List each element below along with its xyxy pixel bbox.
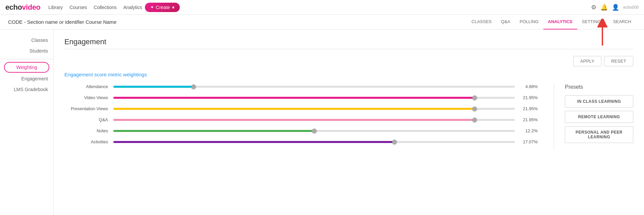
metric-value: 12.2% bbox=[520, 128, 538, 133]
slider-container[interactable] bbox=[113, 97, 515, 99]
slider-track bbox=[113, 141, 515, 143]
logo[interactable]: echovideo bbox=[5, 3, 40, 12]
slider-thumb[interactable] bbox=[472, 95, 477, 100]
metric-row: Presentation Views21.95% bbox=[64, 106, 538, 111]
action-buttons: APPLY RESET bbox=[64, 56, 633, 66]
metric-value: 21.95% bbox=[520, 117, 538, 122]
metric-value: 4.88% bbox=[520, 84, 538, 89]
sidebar-item-lms-gradebook[interactable]: LMS Gradebook bbox=[0, 84, 53, 95]
metric-row: Q&A21.95% bbox=[64, 117, 538, 122]
tab-classes[interactable]: CLASSES bbox=[467, 15, 496, 29]
metric-value: 21.95% bbox=[520, 95, 538, 100]
slider-track bbox=[113, 108, 515, 110]
nav-library[interactable]: Library bbox=[48, 5, 63, 10]
slider-container[interactable] bbox=[113, 86, 515, 88]
tab-analytics[interactable]: ANALYTICS bbox=[543, 15, 577, 29]
course-title: CODE - Section name or identifier Course… bbox=[8, 19, 467, 25]
tab-search[interactable]: SEARCH bbox=[608, 15, 636, 29]
tab-settings[interactable]: SETTINGS bbox=[577, 15, 608, 29]
sidebar-divider bbox=[0, 59, 53, 59]
sidebar-item-students[interactable]: Students bbox=[0, 46, 53, 56]
slider-thumb[interactable] bbox=[472, 106, 477, 111]
slider-fill bbox=[113, 86, 194, 88]
metric-label: Presentation Views bbox=[64, 106, 108, 111]
metric-label: Attendance bbox=[64, 84, 108, 89]
metric-row: Video Views21.95% bbox=[64, 95, 538, 100]
slider-track bbox=[113, 97, 515, 99]
slider-container[interactable] bbox=[113, 130, 515, 132]
nav-analytics[interactable]: Analytics bbox=[123, 5, 142, 10]
preset-personal-peer-button[interactable]: PERSONAL AND PEER LEARNING bbox=[565, 126, 633, 143]
slider-track bbox=[113, 130, 515, 132]
metric-value: 17.07% bbox=[520, 139, 538, 144]
course-nav: CLASSES Q&A POLLING ANALYTICS SETTINGS S… bbox=[467, 15, 636, 29]
slider-thumb[interactable] bbox=[392, 140, 397, 144]
metric-label: Q&A bbox=[64, 117, 108, 122]
main-layout: Classes Students Weighting Engagement LM… bbox=[0, 29, 644, 215]
main-content: Engagement APPLY RESET Engagement score … bbox=[54, 29, 644, 215]
preset-in-class-button[interactable]: IN CLASS LEARNING bbox=[565, 95, 633, 108]
metric-label: Video Views bbox=[64, 95, 108, 100]
slider-fill bbox=[113, 130, 314, 132]
course-header: CODE - Section name or identifier Course… bbox=[0, 15, 644, 29]
section-title: Engagement score metric weightings bbox=[64, 72, 633, 77]
slider-thumb[interactable] bbox=[191, 84, 196, 89]
metrics-area: Attendance4.88%Video Views21.95%Presenta… bbox=[64, 84, 633, 150]
slider-container[interactable] bbox=[113, 119, 515, 121]
slider-fill bbox=[113, 141, 394, 143]
preset-remote-button[interactable]: REMOTE LEARNING bbox=[565, 111, 633, 123]
top-nav-links: Library Courses Collections Analytics bbox=[48, 5, 142, 10]
sidebar-item-classes[interactable]: Classes bbox=[0, 35, 53, 46]
nav-collections[interactable]: Collections bbox=[94, 5, 116, 10]
slider-thumb[interactable] bbox=[472, 118, 477, 122]
top-nav-right: ⚙ 🔔 👤 echo000 bbox=[591, 4, 639, 11]
metric-label: Activities bbox=[64, 139, 108, 144]
logo-echo: echovideo bbox=[5, 3, 40, 12]
slider-track bbox=[113, 86, 515, 88]
nav-courses[interactable]: Courses bbox=[69, 5, 87, 10]
content-divider bbox=[64, 49, 633, 49]
sidebar-item-engagement[interactable]: Engagement bbox=[0, 73, 53, 84]
create-spark-icon: ✦ bbox=[150, 5, 154, 10]
bell-icon[interactable]: 🔔 bbox=[600, 4, 608, 11]
user-icon[interactable]: 👤 bbox=[612, 4, 619, 11]
slider-container[interactable] bbox=[113, 141, 515, 143]
metric-row: Attendance4.88% bbox=[64, 84, 538, 89]
create-button[interactable]: ✦ Create ▾ bbox=[145, 3, 180, 12]
page-title: Engagement bbox=[64, 38, 633, 46]
create-chevron-icon: ▾ bbox=[172, 5, 174, 10]
section-divider-vertical bbox=[554, 84, 554, 150]
slider-fill bbox=[113, 97, 475, 99]
reset-button[interactable]: RESET bbox=[604, 56, 633, 66]
tab-qa[interactable]: Q&A bbox=[496, 15, 515, 29]
slider-container[interactable] bbox=[113, 108, 515, 110]
echo-sso-label: echo000 bbox=[623, 5, 639, 10]
sidebar-item-weighting[interactable]: Weighting bbox=[4, 62, 49, 73]
sidebar: Classes Students Weighting Engagement LM… bbox=[0, 29, 54, 215]
top-navigation: echovideo Library Courses Collections An… bbox=[0, 0, 644, 15]
tab-polling[interactable]: POLLING bbox=[515, 15, 543, 29]
metric-label: Notes bbox=[64, 128, 108, 133]
slider-fill bbox=[113, 108, 475, 110]
presets-section: Presets IN CLASS LEARNING REMOTE LEARNIN… bbox=[559, 84, 633, 150]
metric-row: Activities17.07% bbox=[64, 139, 538, 144]
slider-track bbox=[113, 119, 515, 121]
slider-thumb[interactable] bbox=[312, 129, 317, 133]
settings-icon[interactable]: ⚙ bbox=[591, 4, 596, 11]
slider-fill bbox=[113, 119, 475, 121]
sliders-section: Attendance4.88%Video Views21.95%Presenta… bbox=[64, 84, 548, 150]
presets-title: Presets bbox=[565, 84, 633, 90]
metric-row: Notes12.2% bbox=[64, 128, 538, 133]
apply-button[interactable]: APPLY bbox=[573, 56, 601, 66]
metric-value: 21.95% bbox=[520, 106, 538, 111]
